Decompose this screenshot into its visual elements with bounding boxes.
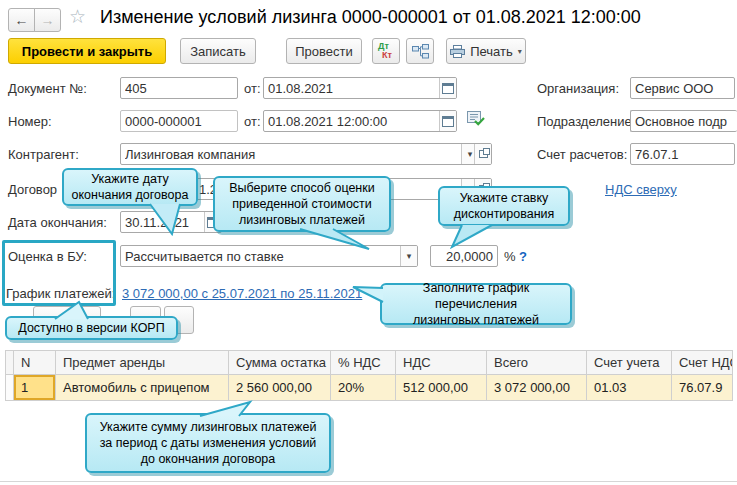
window-bottom-border [0, 481, 737, 482]
col-subject[interactable]: Предмет аренды [56, 351, 229, 375]
save-button[interactable]: Записать [180, 38, 256, 64]
valuation-select[interactable]: Рассчитывается по ставке ▾ [120, 245, 418, 267]
number-datetime-calendar-button[interactable] [439, 111, 456, 131]
print-button-label: Печать [470, 44, 513, 59]
vat-on-top-link[interactable]: НДС сверху [605, 182, 677, 197]
structure-icon [412, 44, 429, 59]
row-marker-header [6, 351, 14, 375]
cell-vat-account[interactable]: 76.07.9 [672, 375, 733, 401]
discount-rate-field[interactable]: 20,0000 [430, 245, 498, 267]
counterparty-label: Контрагент: [8, 147, 79, 162]
end-date-field[interactable]: 30.11.2021 [120, 211, 222, 233]
payment-schedule-link[interactable]: 3 072 000,00 с 25.07.2021 по 25.11.2021 [122, 286, 362, 301]
show-postings-button[interactable]: Дт Кт [372, 38, 400, 64]
contract-label: Договор [8, 182, 57, 197]
col-vat[interactable]: НДС [396, 351, 487, 375]
cell-total[interactable]: 3 072 000,00 [487, 375, 587, 401]
schedule-label: График платежей: [6, 286, 115, 301]
doc-no-field[interactable]: 405 [120, 77, 238, 99]
valuation-dropdown-button[interactable]: ▾ [400, 246, 417, 266]
tooltip-korp: Доступно в версии КОРП [5, 316, 178, 340]
cell-vat-rate[interactable]: 20% [331, 375, 396, 401]
cell-n[interactable]: 1 [14, 375, 56, 401]
col-total[interactable]: Всего [487, 351, 587, 375]
doc-no-label: Документ №: [8, 81, 87, 96]
tooltip-end-date: Укажите дату окончания договора [62, 168, 198, 206]
doc-date-from-label: от: [244, 81, 261, 96]
leasing-change-document-window: ← → ☆ Изменение условий лизинга 0000-000… [0, 0, 737, 485]
col-n[interactable]: N [14, 351, 56, 375]
number-label: Номер: [8, 114, 52, 129]
col-vat-rate[interactable]: % НДС [331, 351, 396, 375]
leasing-items-table: N Предмет аренды Сумма остатка % НДС НДС… [5, 350, 733, 401]
document-check-icon [466, 110, 485, 127]
print-button[interactable]: Печать ▾ [446, 38, 526, 64]
back-arrow-icon: ← [15, 12, 29, 28]
page-title: Изменение условий лизинга 0000-000001 от… [100, 7, 641, 28]
back-button[interactable]: ← [8, 8, 35, 32]
end-date-label: Дата окончания: [8, 215, 107, 230]
post-and-close-button[interactable]: Провести и закрыть [8, 38, 166, 64]
row-marker-cell [6, 375, 14, 401]
col-account[interactable]: Счет учета [587, 351, 672, 375]
print-caret-icon: ▾ [518, 47, 522, 56]
printer-icon [450, 45, 465, 58]
valuation-label: Оценка в БУ: [8, 249, 87, 264]
col-remainder[interactable]: Сумма остатка [229, 351, 331, 375]
number-date-from-label: от: [244, 114, 261, 129]
calendar-icon [442, 83, 454, 94]
cell-account[interactable]: 01.03 [587, 375, 672, 401]
counterparty-field[interactable]: Лизинговая компания ▾ [120, 143, 492, 165]
chevron-down-icon: ▾ [407, 251, 412, 261]
tooltip-rate: Укажите ставку дисконтирования [438, 186, 570, 226]
post-button[interactable]: Провести [286, 38, 362, 64]
tooltip-valuation: Выберите способ оценки приведенной стоим… [213, 176, 391, 232]
percent-sign: % [504, 249, 516, 264]
settlement-account-label: Счет расчетов: [537, 147, 627, 162]
organization-field[interactable]: Сервис ООО [630, 77, 735, 99]
number-field[interactable]: 0000-000001 [120, 110, 238, 132]
structure-button[interactable] [406, 38, 434, 64]
settlement-account-field[interactable]: 76.07.1 [630, 143, 735, 165]
calendar-icon [442, 116, 454, 127]
forward-button[interactable]: → [34, 8, 61, 32]
tooltip-schedule: Заполните график перечисления лизинговых… [380, 283, 572, 325]
division-field[interactable]: Основное подр [630, 110, 737, 132]
chevron-down-icon: ▾ [468, 149, 473, 159]
forward-arrow-icon: → [41, 12, 55, 28]
table-header-row: N Предмет аренды Сумма остатка % НДС НДС… [6, 351, 733, 375]
cell-vat[interactable]: 512 000,00 [396, 375, 487, 401]
organization-label: Организация: [537, 81, 619, 96]
dtkt-icon: Дт Кт [373, 39, 399, 63]
open-icon [479, 150, 488, 158]
division-label: Подразделение: [537, 114, 635, 129]
cell-remainder[interactable]: 2 560 000,00 [229, 375, 331, 401]
counterparty-open-button[interactable] [474, 144, 491, 164]
doc-date-calendar-button[interactable] [439, 78, 456, 98]
favorites-star-icon[interactable]: ☆ [69, 5, 86, 28]
tooltip-sum: Укажите сумму лизинговых платежей за пер… [85, 413, 331, 473]
set-number-button[interactable] [466, 110, 485, 130]
rate-help-icon[interactable]: ? [519, 249, 527, 264]
table-row[interactable]: 1 Автомобиль с прицепом 2 560 000,00 20%… [6, 375, 733, 401]
cell-subject[interactable]: Автомобиль с прицепом [56, 375, 229, 401]
col-vat-account[interactable]: Счет НДС [672, 351, 733, 375]
doc-date-field[interactable]: 01.08.2021 [263, 77, 457, 99]
number-datetime-field[interactable]: 01.08.2021 12:00:00 [263, 110, 457, 132]
